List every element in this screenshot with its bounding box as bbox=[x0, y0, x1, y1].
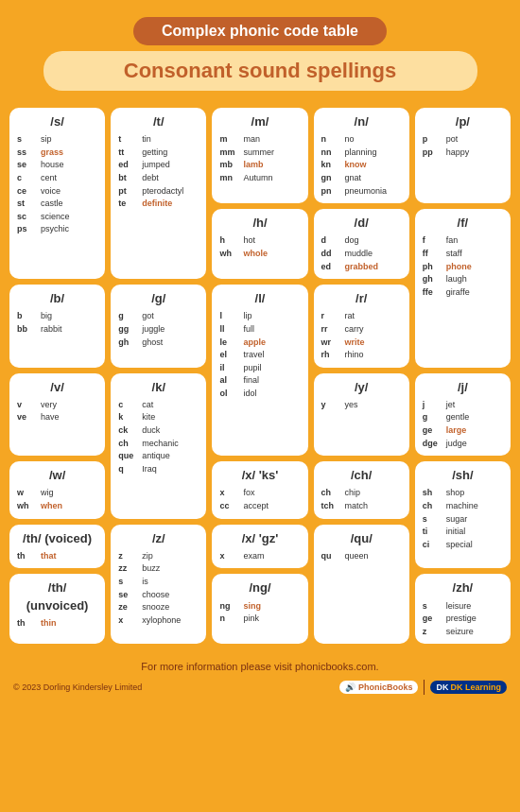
sound-row: stcastle bbox=[17, 198, 97, 210]
card-k: /k/ccatkkiteckduckchmechanicqueantiqueqI… bbox=[111, 373, 206, 519]
sound-key: el bbox=[219, 349, 240, 361]
sound-row: ccent bbox=[17, 172, 97, 184]
sound-key: sh bbox=[423, 487, 443, 499]
sound-key: ol bbox=[219, 388, 240, 400]
sound-val: planning bbox=[345, 147, 377, 159]
sound-key: w bbox=[17, 487, 38, 499]
sound-row: alfinal bbox=[219, 374, 300, 387]
sound-row: rrat bbox=[321, 310, 402, 322]
sound-row: leapple bbox=[219, 337, 300, 349]
sound-row: hhot bbox=[219, 234, 300, 247]
sound-val: prestige bbox=[446, 613, 477, 625]
sound-val: debt bbox=[142, 172, 159, 184]
footer-bottom: © 2023 Dorling Kindersley Limited 🔊 Phon… bbox=[0, 676, 520, 702]
card-z: /z/zzipzzbuzzsissechoosezesnoozexxylopho… bbox=[111, 525, 206, 645]
sound-row: llip bbox=[219, 310, 300, 322]
title-bottom-box: Consonant sound spellings bbox=[43, 51, 477, 91]
logos: 🔊 PhonicBooks DK DK Learning bbox=[339, 680, 507, 695]
sound-header-h: /h/ bbox=[219, 215, 300, 232]
sound-row: pspsychic bbox=[17, 223, 97, 235]
sound-key: s bbox=[17, 133, 38, 146]
card-b: /b/bbigbbrabbit bbox=[9, 285, 105, 368]
sound-row: ssip bbox=[17, 133, 97, 146]
sound-header-ch: /ch/ bbox=[321, 467, 402, 484]
sound-val: full bbox=[243, 323, 254, 336]
sound-row: rhrhino bbox=[321, 349, 402, 361]
sound-val: pot bbox=[446, 133, 459, 146]
card-g: /g/ggotggjuggleghghost bbox=[111, 285, 206, 368]
sound-row: sleisure bbox=[423, 600, 503, 613]
sound-val: yes bbox=[345, 399, 358, 411]
sound-row: ddog bbox=[321, 234, 402, 247]
sound-val: man bbox=[243, 133, 260, 146]
card-th_unvoiced: /th/ (unvoiced)ththin bbox=[9, 574, 105, 644]
sound-val: voice bbox=[41, 185, 61, 198]
phonics-grid: /s/ssipssgrasssehouseccentcevoicestcastl… bbox=[0, 102, 520, 653]
sound-row: olidol bbox=[219, 388, 300, 400]
sound-header-n: /n/ bbox=[321, 113, 402, 130]
sound-key: ch bbox=[423, 500, 443, 512]
sound-row: sehouse bbox=[17, 159, 97, 171]
sound-val: rhino bbox=[345, 349, 364, 361]
sound-key: h bbox=[219, 234, 240, 247]
sound-key: dge bbox=[423, 438, 443, 450]
sound-row: gelarge bbox=[423, 424, 503, 437]
card-y: /y/yyes bbox=[314, 373, 409, 457]
card-f: /f/ffanffstaffphphoneghlaughffegiraffe bbox=[415, 209, 511, 368]
sound-key: wr bbox=[321, 337, 342, 349]
sound-key: kn bbox=[321, 159, 342, 171]
sound-key: sc bbox=[17, 211, 38, 223]
sound-key: mm bbox=[219, 147, 240, 159]
sound-key: z bbox=[118, 550, 139, 562]
sound-header-ng: /ng/ bbox=[219, 579, 300, 596]
logo-divider bbox=[424, 680, 425, 695]
sound-row: whwhen bbox=[17, 500, 97, 512]
sound-row: zzip bbox=[118, 550, 199, 562]
card-m: /m/mmanmmsummermblambmnAutumn bbox=[212, 108, 307, 203]
sound-row: scscience bbox=[17, 211, 97, 223]
sound-key: ve bbox=[17, 411, 38, 423]
sound-key: tch bbox=[321, 500, 342, 512]
sound-key: ch bbox=[118, 438, 139, 450]
sound-row: ccat bbox=[118, 399, 199, 411]
sound-val: castle bbox=[41, 198, 63, 210]
sound-row: tchmatch bbox=[321, 500, 402, 512]
card-s: /s/ssipssgrasssehouseccentcevoicestcastl… bbox=[9, 108, 105, 279]
sound-val: idol bbox=[243, 388, 256, 400]
sound-row: ffan bbox=[423, 234, 503, 247]
sound-key: s bbox=[118, 576, 139, 588]
sound-key: rr bbox=[321, 323, 342, 336]
sound-val: rabbit bbox=[41, 323, 62, 336]
sound-row: pphappy bbox=[423, 147, 503, 159]
sound-key: ce bbox=[17, 185, 38, 198]
sound-key: le bbox=[219, 337, 240, 349]
sound-key: c bbox=[118, 399, 139, 411]
sound-row: ddmuddle bbox=[321, 248, 402, 260]
copyright-text: © 2023 Dorling Kindersley Limited bbox=[13, 682, 142, 692]
sound-val: travel bbox=[243, 349, 264, 361]
sound-header-r: /r/ bbox=[321, 290, 402, 307]
sound-row: wrwrite bbox=[321, 337, 402, 349]
card-v: /v/vveryvehave bbox=[9, 373, 105, 457]
sound-row: mblamb bbox=[219, 159, 300, 171]
card-t: /t/ttinttgettingedjumpedbtdebtptpterodac… bbox=[111, 108, 206, 279]
sound-key: gg bbox=[118, 323, 139, 336]
sound-val: jumped bbox=[142, 159, 170, 171]
sound-row: bbig bbox=[17, 310, 97, 322]
sound-val: kite bbox=[142, 411, 155, 423]
sound-key: ed bbox=[118, 159, 139, 171]
sound-val: large bbox=[446, 424, 467, 437]
sound-row: tiinitial bbox=[423, 526, 503, 538]
sound-key: qu bbox=[321, 550, 342, 562]
sound-header-g: /g/ bbox=[118, 290, 199, 307]
sound-header-f: /f/ bbox=[423, 215, 503, 232]
sound-row: ghlaugh bbox=[423, 273, 503, 285]
sound-row: zzbuzz bbox=[118, 562, 199, 575]
sound-row: rrcarry bbox=[321, 323, 402, 336]
sound-header-x_gz: /x/ 'gz' bbox=[219, 530, 300, 547]
sound-val: carry bbox=[345, 323, 364, 336]
sound-row: ckduck bbox=[118, 424, 199, 437]
sound-key: ss bbox=[17, 147, 38, 159]
sound-key: gn bbox=[321, 172, 342, 184]
sound-key: dd bbox=[321, 248, 342, 260]
